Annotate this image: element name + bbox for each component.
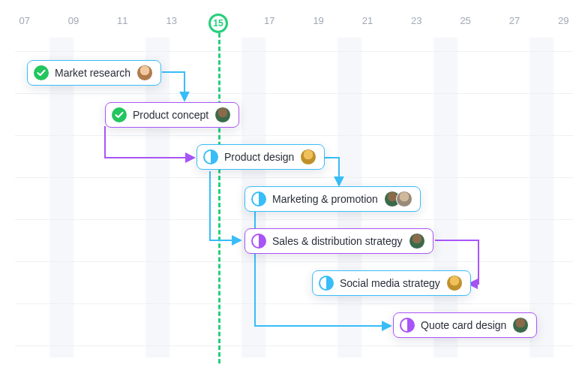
timeline-tick: 29 <box>539 15 588 33</box>
task-card[interactable]: Sales & distribution strategy <box>244 228 434 254</box>
timeline-tick: 27 <box>490 15 538 33</box>
timeline-tick: 11 <box>98 15 147 33</box>
check-circle-icon <box>34 65 49 80</box>
task-label: Sales & distribution strategy <box>272 235 403 247</box>
task-avatars <box>512 317 529 333</box>
timeline-tick: 19 <box>294 15 343 33</box>
half-circle-icon <box>319 276 334 291</box>
timeline-tick: 09 <box>49 15 98 33</box>
task-card[interactable]: Marketing & promotion <box>244 186 421 212</box>
timeline-tick: 07 <box>0 15 49 33</box>
task-label: Social media strategy <box>340 277 440 289</box>
timeline-tick: 17 <box>245 15 294 33</box>
today-label: 15 <box>213 18 223 29</box>
avatar <box>512 317 529 333</box>
task-avatars <box>446 275 463 291</box>
today-indicator-badge: 15 <box>208 14 228 33</box>
task-label: Product concept <box>133 109 208 121</box>
avatar <box>409 233 425 249</box>
task-label: Product design <box>224 151 294 163</box>
today-indicator-line <box>218 33 220 363</box>
task-label: Market research <box>55 67 130 79</box>
task-card[interactable]: Product design <box>196 144 325 170</box>
task-avatars <box>384 191 412 207</box>
half-circle-icon <box>203 149 218 164</box>
task-card[interactable]: Product concept <box>105 102 239 128</box>
timeline-tick: 25 <box>441 15 490 33</box>
task-avatars <box>136 65 153 81</box>
half-circle-icon <box>251 192 266 207</box>
timeline-tick: 23 <box>392 15 441 33</box>
task-card[interactable]: Quote card design <box>393 312 537 338</box>
avatar <box>446 275 463 291</box>
avatar <box>300 149 316 165</box>
task-card[interactable]: Market research <box>27 60 161 86</box>
timeline-tick: 13 <box>147 15 196 33</box>
avatar <box>396 191 412 207</box>
avatar <box>214 107 231 123</box>
half-circle-icon <box>251 234 266 249</box>
task-card[interactable]: Social media strategy <box>312 270 471 296</box>
avatar <box>136 65 153 81</box>
timeline-header: 07 09 11 13 15 17 19 21 23 25 27 29 <box>0 15 588 33</box>
task-avatars <box>214 107 231 123</box>
half-circle-icon <box>400 318 415 333</box>
task-avatars <box>409 233 425 249</box>
task-label: Marketing & promotion <box>272 193 378 205</box>
task-label: Quote card design <box>421 319 506 331</box>
gantt-chart: 07 09 11 13 15 17 19 21 23 25 27 29 15 <box>0 0 588 380</box>
check-circle-icon <box>112 107 127 122</box>
timeline-tick: 21 <box>343 15 392 33</box>
task-avatars <box>300 149 316 165</box>
